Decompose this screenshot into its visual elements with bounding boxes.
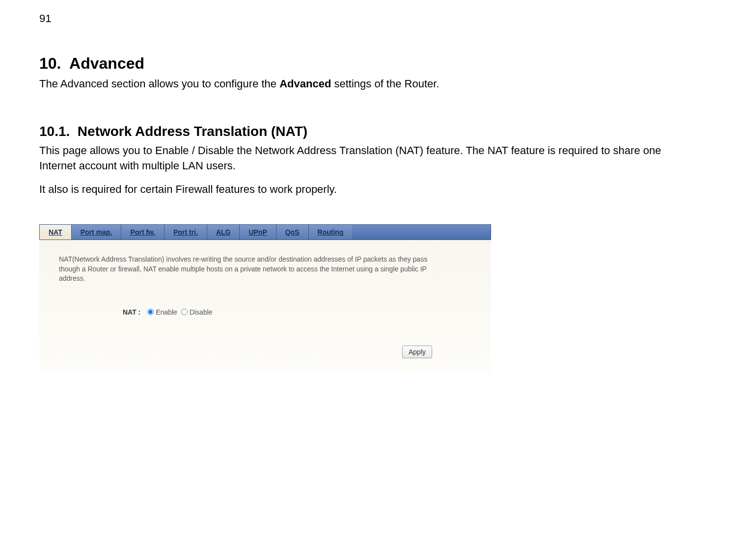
nat-label: NAT : <box>123 308 140 316</box>
page-number: 91 <box>39 12 701 25</box>
tab-bar: NAT Port map. Port fw. Port tri. ALG UPn… <box>39 224 491 240</box>
intro-pre: The Advanced section allows you to confi… <box>39 78 279 90</box>
heading-number: 10. <box>39 54 61 72</box>
tab-portmap[interactable]: Port map. <box>72 225 122 240</box>
intro-bold: Advanced <box>279 78 331 90</box>
intro-paragraph: The Advanced section allows you to confi… <box>39 77 701 92</box>
radio-enable-label: Enable <box>156 308 177 316</box>
apply-button[interactable]: Apply <box>402 346 432 358</box>
heading-advanced: 10. Advanced <box>39 54 701 73</box>
nat-radio-group: Enable Disable <box>147 308 212 316</box>
tab-qos[interactable]: QoS <box>276 225 309 240</box>
heading-text: Advanced <box>69 54 144 72</box>
panel-description: NAT(Network Address Translation) involve… <box>59 255 442 284</box>
radio-disable-item[interactable]: Disable <box>181 308 213 316</box>
heading2-number: 10.1. <box>39 124 70 139</box>
radio-disable-label: Disable <box>190 308 213 316</box>
tab-porttri[interactable]: Port tri. <box>164 225 207 240</box>
tab-routing[interactable]: Routing <box>309 225 353 240</box>
tab-portfw[interactable]: Port fw. <box>121 225 164 240</box>
radio-enable-item[interactable]: Enable <box>147 308 177 316</box>
router-ui-panel: NAT Port map. Port fw. Port tri. ALG UPn… <box>39 224 491 373</box>
tab-nat[interactable]: NAT <box>40 225 72 240</box>
nat-description-para1: This page allows you to Enable / Disable… <box>39 143 701 174</box>
heading2-text: Network Address Translation (NAT) <box>78 124 307 139</box>
radio-enable[interactable] <box>147 309 154 315</box>
nat-setting-row: NAT : Enable Disable <box>123 308 471 316</box>
panel-body: NAT(Network Address Translation) involve… <box>39 240 491 373</box>
intro-post: settings of the Router. <box>331 78 439 90</box>
heading-nat-section: 10.1. Network Address Translation (NAT) <box>39 124 701 139</box>
nat-description-para2: It also is required for certain Firewall… <box>39 182 701 197</box>
apply-row: Apply <box>59 346 471 358</box>
tab-alg[interactable]: ALG <box>207 225 240 240</box>
radio-disable[interactable] <box>181 309 188 315</box>
tab-upnp[interactable]: UPnP <box>240 225 276 240</box>
